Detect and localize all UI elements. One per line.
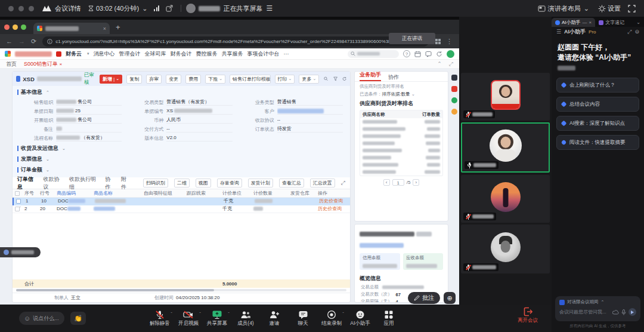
site-info-icon[interactable] [47, 39, 52, 44]
nav-item[interactable]: 事项会计中台 [247, 50, 280, 58]
doc-search-icon[interactable] [324, 76, 328, 82]
tab-order-info[interactable]: 订单信息 [17, 176, 38, 191]
participant-tile[interactable] [461, 225, 550, 273]
browser-tab[interactable]: × [33, 23, 110, 34]
meeting-timer[interactable]: 03:02 (40分钟) [96, 4, 139, 13]
layout-button[interactable]: 演讲者布局 [548, 4, 581, 13]
leave-meeting-button[interactable]: 离开会议 [518, 307, 538, 324]
zoom-in-button[interactable]: ⊕ [444, 292, 456, 304]
help-icon[interactable]: ? [403, 50, 410, 57]
message-icon[interactable] [425, 51, 432, 57]
ai-suggestion[interactable]: 总结会议内容 [556, 97, 639, 112]
browser-menu-icon[interactable]: ⋮ [446, 38, 453, 45]
supplier-row[interactable] [360, 168, 442, 176]
send-button[interactable] [628, 308, 636, 316]
ai-assistant-button[interactable]: AI小助手 [346, 310, 374, 327]
view-summary-button[interactable]: 查看汇总 [279, 179, 304, 187]
share-screen-button[interactable]: ˆ 共享屏幕 [203, 310, 231, 327]
prev-page-icon[interactable]: ‹ [383, 179, 390, 186]
grid-expand-icon[interactable]: ⤢ [341, 180, 345, 186]
tab-transcript[interactable]: 文字速记 [595, 18, 628, 27]
scan-button[interactable]: 扫码识别 [143, 179, 168, 187]
tab-ai-assistant[interactable]: AI小助手 — × [552, 18, 595, 27]
tab-business-assistant[interactable]: 业务助手 [360, 71, 381, 81]
next-page-icon[interactable]: › [413, 179, 419, 186]
supplier-row[interactable] [360, 118, 442, 125]
nav-more[interactable]: ··· [284, 51, 289, 57]
print-template-select[interactable]: 销售订单打印模板 (..⌄ [230, 75, 271, 84]
dock-yellow-icon[interactable] [451, 109, 457, 115]
ai-scope-tag[interactable]: 对话限会议期间⌃ [559, 299, 636, 305]
tab-sales-order[interactable]: S000销售订单 × [24, 60, 62, 68]
supplier-row[interactable] [360, 154, 442, 161]
summary-settings-button[interactable]: 汇总设置 [310, 179, 335, 187]
annotate-button[interactable]: 批注 [408, 292, 440, 304]
supplier-row[interactable] [360, 161, 442, 168]
participant-tile[interactable] [461, 73, 550, 121]
voice-icon[interactable] [621, 309, 626, 315]
nav-item[interactable]: 财务会计 [171, 50, 192, 58]
tab-payment-agreement[interactable]: 收款协议 [44, 176, 64, 191]
ai-question-input[interactable]: 会议问题您尽管问我... [559, 309, 610, 315]
section-invoice[interactable]: 发票信息⌄ [17, 155, 345, 164]
history-price-link[interactable]: 历史价查询 [318, 205, 348, 212]
add-button[interactable]: 新增|⌄ [100, 75, 122, 84]
network-signal-icon[interactable] [154, 5, 159, 11]
refresh-icon[interactable] [342, 76, 346, 82]
gear-icon[interactable] [598, 5, 606, 13]
supplier-row[interactable] [360, 140, 442, 147]
menu-icon[interactable]: ☰ [556, 29, 561, 35]
traffic-light[interactable] [8, 6, 14, 11]
participant-tile-active-speaker[interactable] [461, 122, 550, 173]
layout-icon[interactable] [538, 5, 546, 12]
tab-payment-detail[interactable]: 收款执行明细 [69, 176, 99, 191]
apps-button[interactable]: 应用 [374, 310, 403, 327]
nav-item-finance-cloud[interactable]: 财务云 [66, 50, 82, 58]
ai-suggestion[interactable]: 会上刚刚说了什么？ [556, 78, 639, 93]
layout-caret-icon[interactable]: ⌄ [584, 5, 589, 13]
back-icon[interactable]: ← [6, 38, 13, 45]
nav-item[interactable]: 管理会计 [119, 50, 141, 58]
row-checkbox[interactable] [15, 207, 20, 211]
qr-button[interactable]: 二维 [174, 179, 190, 187]
ai-suggestion[interactable]: 阅读文件：快速提取摘要 [556, 135, 639, 150]
field-value-customer[interactable] [277, 107, 343, 115]
expense-button[interactable]: 费用 [185, 75, 201, 84]
supplier-row[interactable] [360, 133, 442, 140]
browser-minimize-button[interactable] [13, 24, 18, 30]
tab-attachments[interactable]: 附件 [121, 176, 131, 191]
extensions-icon[interactable] [435, 38, 441, 45]
view-button[interactable]: 视图 [196, 179, 211, 187]
page-input[interactable]: 1 [392, 179, 404, 186]
calendar-icon[interactable] [414, 51, 421, 57]
more-button[interactable]: 更多⌄ [299, 75, 319, 84]
browser-zoom-button[interactable] [21, 24, 26, 30]
ai-suggestion[interactable]: AI搜索：深度了解知识点 [556, 116, 639, 131]
supplier-row[interactable] [360, 147, 442, 154]
erp-red-app-icon[interactable] [56, 51, 61, 57]
section-shipping[interactable]: 收货及发运信息⌄ [17, 144, 345, 153]
print-button[interactable]: 打印⌄ [275, 75, 295, 84]
address-bar[interactable]: c1.yonyoucloud.com/?mdfUrl=https%3A%2F%2… [42, 36, 429, 47]
reaction-input[interactable]: ☺ 说点什么... [19, 312, 64, 325]
assist-condition[interactable]: 已选条件：排序依据:数量 ⌄ [355, 90, 448, 97]
traffic-light[interactable] [18, 6, 24, 11]
tab-close-icon[interactable]: × [589, 20, 592, 25]
forward-icon[interactable]: → [18, 38, 25, 45]
expand-icon[interactable]: ⤢ [449, 61, 453, 67]
clap-reaction-button[interactable]: 👏 [70, 312, 86, 325]
section-basic-info[interactable]: 基本信息⌃ [17, 88, 345, 97]
nav-item[interactable]: 共享服务 [222, 50, 243, 58]
filter-icon[interactable] [333, 76, 338, 82]
browser-close-button[interactable] [4, 24, 10, 30]
dock-red-icon[interactable] [451, 86, 457, 92]
row-checkbox[interactable] [16, 199, 21, 204]
reload-icon[interactable]: ⟳ [31, 38, 36, 45]
participant-tile[interactable] [461, 175, 550, 223]
popout-icon[interactable] [166, 5, 173, 12]
user-avatar[interactable] [447, 50, 454, 58]
settings-button[interactable]: 设置 [608, 4, 621, 13]
new-tab-button[interactable]: + [116, 23, 120, 32]
cloud-icon[interactable] [612, 309, 619, 315]
tabs-caret-icon[interactable]: ⌄ [636, 20, 644, 27]
